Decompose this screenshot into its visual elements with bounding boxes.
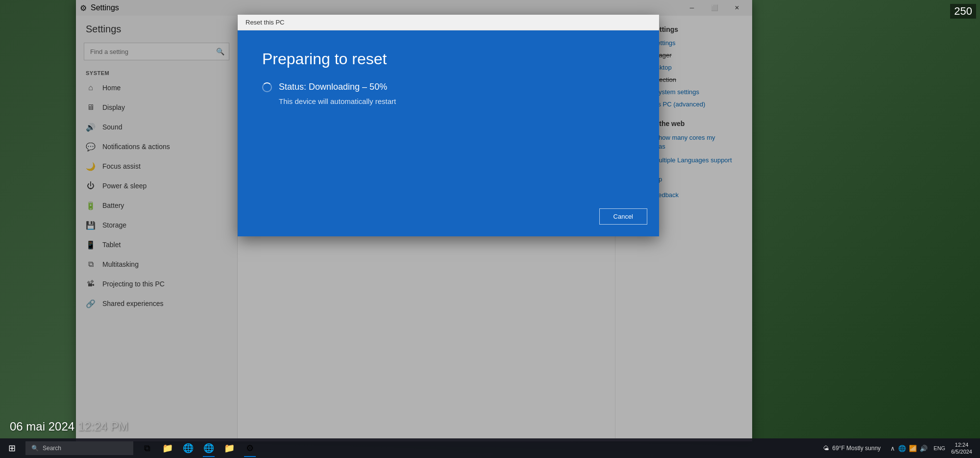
task-view-icon: ⧉ <box>144 443 150 454</box>
settings-window: ⚙ Settings ─ ⬜ ✕ Settings 🔍 System ⌂ Hom… <box>76 0 752 441</box>
time-display: 12:24 <box>955 441 969 448</box>
taskbar: ⊞ 🔍 Search ⧉ 📁 🌐 🌐 📁 ⚙ 🌤 69°F Mostly sun… <box>0 438 980 458</box>
taskbar-settings[interactable]: ⚙ <box>240 438 260 458</box>
reset-status-text: Status: Downloading – 50% <box>279 82 387 92</box>
taskbar-time[interactable]: 12:24 6/5/2024 <box>947 441 976 456</box>
edge-icon: 🌐 <box>183 443 194 454</box>
taskbar-explorer[interactable]: 📁 <box>158 438 177 458</box>
reset-status-line: Status: Downloading – 50% <box>262 82 635 92</box>
start-button[interactable]: ⊞ <box>0 438 24 458</box>
taskbar-apps: ⧉ 📁 🌐 🌐 📁 ⚙ <box>135 438 262 458</box>
taskbar-status-area: ENG <box>933 445 945 451</box>
reset-dialog-title: Preparing to reset <box>262 50 635 68</box>
taskbar-right: 🌤 69°F Mostly sunny ∧ 🌐 📶 🔊 ENG 12:24 6/… <box>819 441 980 456</box>
weather-icon: 🌤 <box>823 445 829 452</box>
tray-expand-icon[interactable]: ∧ <box>890 445 895 452</box>
volume-icon[interactable]: 🔊 <box>920 445 928 452</box>
counter-badge: 250 <box>950 4 976 19</box>
taskbar-chrome[interactable]: 🌐 <box>199 438 219 458</box>
weather-widget[interactable]: 🌤 69°F Mostly sunny <box>819 445 884 452</box>
network-icon[interactable]: 🌐 <box>898 445 906 452</box>
modal-overlay: Reset this PC Preparing to reset Status:… <box>76 0 752 441</box>
taskbar-task-view[interactable]: ⧉ <box>137 438 157 458</box>
reset-cancel-button[interactable]: Cancel <box>599 208 647 225</box>
reset-sub-text: This device will automatically restart <box>279 97 635 105</box>
weather-text: 69°F Mostly sunny <box>832 445 881 452</box>
reset-dialog-content: Preparing to reset Status: Downloading –… <box>238 30 659 236</box>
search-icon: 🔍 <box>31 445 39 452</box>
chrome-icon: 🌐 <box>203 443 214 454</box>
language-indicator[interactable]: ENG <box>933 445 945 451</box>
tray-icons: ∧ 🌐 📶 🔊 <box>886 445 931 452</box>
taskbar-search-text: Search <box>43 445 61 452</box>
reset-dialog-titlebar: Reset this PC <box>238 15 659 30</box>
explorer2-icon: 📁 <box>224 443 235 454</box>
wifi-icon[interactable]: 📶 <box>909 445 917 452</box>
taskbar-search[interactable]: 🔍 Search <box>25 441 133 455</box>
reset-dialog: Reset this PC Preparing to reset Status:… <box>238 15 659 236</box>
settings-icon: ⚙ <box>246 443 254 454</box>
taskbar-edge[interactable]: 🌐 <box>178 438 198 458</box>
date-display: 6/5/2024 <box>951 448 972 455</box>
loading-spinner <box>262 82 272 92</box>
taskbar-explorer2[interactable]: 📁 <box>220 438 239 458</box>
explorer-icon: 📁 <box>162 443 173 454</box>
